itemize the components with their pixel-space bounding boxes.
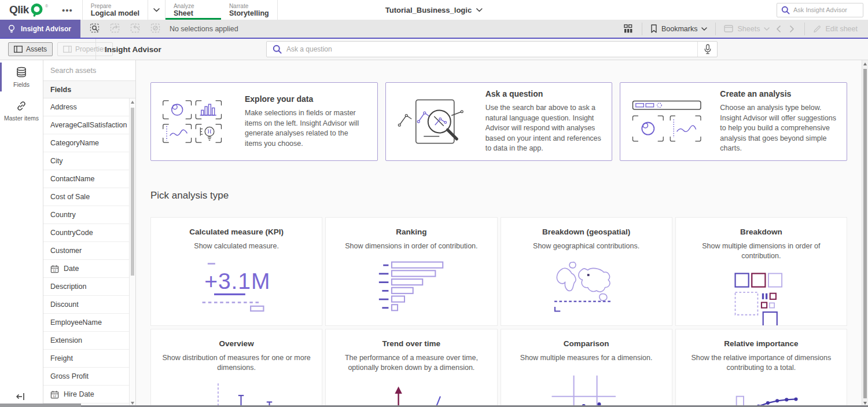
intro-card-title: Explore your data — [245, 94, 367, 104]
fields-list: Address AverageCallSatisfaction Category… — [43, 98, 135, 407]
main-scrollbar[interactable] — [862, 60, 868, 407]
svg-text:12: 12 — [53, 394, 56, 397]
selections-toolbar: Insight Advisor N — [0, 20, 868, 39]
field-item[interactable]: CountryCode — [43, 224, 135, 242]
explore-your-data-card[interactable]: Explore your data Make selections in fie… — [150, 82, 378, 161]
analysis-card-trend-over-time[interactable]: Trend over time The performance of a mea… — [325, 329, 497, 407]
global-insight-search[interactable]: Ask Insight Advisor — [777, 3, 863, 17]
field-item[interactable]: CategoryName — [43, 134, 135, 152]
intro-card-text: Ask a question Use the search bar above … — [486, 89, 602, 154]
tab-section-label: Prepare — [91, 3, 139, 9]
field-item[interactable]: ContactName — [43, 170, 135, 188]
field-item[interactable]: 12 Date — [43, 260, 135, 278]
bookmarks-button[interactable]: Bookmarks — [648, 24, 710, 33]
analysis-card-ranking[interactable]: Ranking Show dimensions in order of cont… — [325, 217, 497, 326]
field-label: Cost of Sale — [50, 193, 90, 201]
scroll-down-arrow[interactable] — [863, 402, 867, 405]
qlik-logo[interactable]: Qlik ® — [0, 0, 56, 20]
analysis-card-title: Comparison — [501, 339, 672, 348]
chevron-down-icon — [764, 27, 770, 31]
create-an-analysis-card[interactable]: Create an analysis Choose an analysis ty… — [620, 82, 847, 161]
edit-sheet-label: Edit sheet — [825, 25, 858, 33]
scroll-up-arrow[interactable] — [131, 101, 134, 104]
tab-prepare[interactable]: Prepare Logical model — [83, 0, 148, 20]
analysis-card-breakdown-geospatial[interactable]: Breakdown (geospatial) Show geographical… — [501, 217, 672, 326]
microphone-button[interactable] — [697, 42, 717, 57]
search-assets-input[interactable] — [50, 67, 128, 75]
rail-item-master-items[interactable]: Master items — [0, 94, 43, 127]
analysis-card-kpi[interactable]: Calculated measure (KPI) Show calculated… — [150, 217, 322, 326]
ask-a-question-card[interactable]: Ask a question Use the search bar above … — [385, 82, 613, 161]
analysis-card-description: Show calculated measure. — [160, 241, 312, 251]
field-label: Country — [50, 211, 76, 219]
field-item[interactable]: EmployeeName — [43, 314, 135, 332]
assets-toggle-button[interactable]: Assets — [8, 42, 53, 56]
field-label: EmployeeName — [50, 318, 102, 327]
global-menu-button[interactable]: ••• — [56, 0, 79, 20]
field-label: Description — [50, 283, 87, 291]
field-label: ContactName — [50, 175, 94, 183]
ask-question-input[interactable] — [286, 45, 697, 53]
field-item[interactable]: Gross Profit — [43, 368, 135, 386]
analysis-card-relative-importance[interactable]: Relative importance Show the relative im… — [675, 329, 847, 407]
sheets-icon — [724, 25, 733, 32]
field-label: City — [50, 157, 63, 165]
insight-advisor-button[interactable]: Insight Advisor — [0, 20, 80, 38]
database-icon — [15, 67, 28, 78]
properties-panel-icon — [63, 46, 72, 53]
analysis-card-description: Show geographical contributions. — [510, 241, 663, 251]
field-item[interactable]: Freight — [43, 350, 135, 368]
qlik-sense-app: Qlik ® ••• Prepare Logical model Analyze… — [0, 0, 868, 407]
assets-rail: Fields Master items — [0, 60, 43, 407]
analysis-type-grid: Calculated measure (KPI) Show calculated… — [150, 217, 847, 407]
pencil-icon — [813, 25, 821, 33]
prepare-dropdown-button[interactable] — [148, 0, 165, 20]
intro-card-body: Choose an analysis type below. Insight A… — [720, 103, 836, 154]
field-label: Address — [50, 103, 77, 111]
sheet-toolbar-right: Bookmarks Sheets Edit sheet — [621, 20, 868, 38]
field-item[interactable]: Country — [43, 206, 135, 224]
field-label: CategoryName — [50, 139, 99, 147]
fields-scrollbar[interactable] — [129, 98, 135, 407]
scatter-plot-icon — [501, 371, 672, 407]
analysis-card-overview[interactable]: Overview Show distribution of measures f… — [150, 329, 322, 407]
field-item[interactable]: Discount — [43, 296, 135, 314]
lightbulb-icon — [7, 24, 16, 34]
scroll-up-arrow[interactable] — [863, 63, 867, 65]
app-title-menu[interactable]: Tutorial_Business_logic — [385, 0, 483, 20]
search-selections-icon[interactable] — [90, 23, 101, 34]
scroll-down-arrow[interactable] — [131, 402, 134, 405]
horizontal-scrollbar-thumb[interactable] — [0, 404, 81, 407]
analysis-card-comparison[interactable]: Comparison Show multiple measures for a … — [501, 329, 672, 407]
collapse-panel-button[interactable] — [16, 392, 25, 401]
top-bar: Qlik ® ••• Prepare Logical model Analyze… — [0, 0, 868, 20]
panel-toggle-group: Assets Properties — [0, 39, 96, 60]
tab-prepare-group: Prepare Logical model — [82, 0, 165, 20]
qlik-logo-text: Qlik — [9, 3, 29, 16]
field-item[interactable]: Cost of Sale — [43, 188, 135, 206]
scrollbar-thumb[interactable] — [863, 69, 867, 398]
field-item[interactable]: 12 Hire Date — [43, 386, 135, 404]
link-icon — [16, 100, 27, 112]
tab-analyze[interactable]: Analyze Sheet — [165, 0, 221, 20]
field-label: Customer — [50, 247, 82, 255]
selection-tools — [90, 20, 161, 38]
field-item[interactable]: Extension — [43, 332, 135, 350]
field-label: Extension — [50, 336, 82, 344]
field-item[interactable]: Customer — [43, 242, 135, 260]
field-item[interactable]: City — [43, 152, 135, 170]
rail-item-fields[interactable]: Fields — [0, 60, 43, 94]
chevron-down-icon — [701, 27, 707, 31]
rail-master-items-label: Master items — [4, 115, 39, 122]
field-item[interactable]: Address — [43, 98, 135, 116]
field-item[interactable]: AverageCallSatisfaction — [43, 116, 135, 134]
analysis-card-breakdown[interactable]: Breakdown Show multiple dimensions in or… — [675, 217, 847, 326]
edit-sheet-button: Edit sheet — [811, 25, 860, 33]
field-item[interactable]: Description — [43, 278, 135, 296]
app-overview-grid-button[interactable] — [621, 24, 636, 33]
field-label: CountryCode — [50, 229, 93, 237]
intro-card-text: Explore your data Make selections in fie… — [245, 94, 367, 149]
tab-narrate[interactable]: Narrate Storytelling — [221, 0, 278, 20]
next-sheet-button — [785, 25, 799, 32]
scrollbar-thumb[interactable] — [131, 108, 134, 276]
